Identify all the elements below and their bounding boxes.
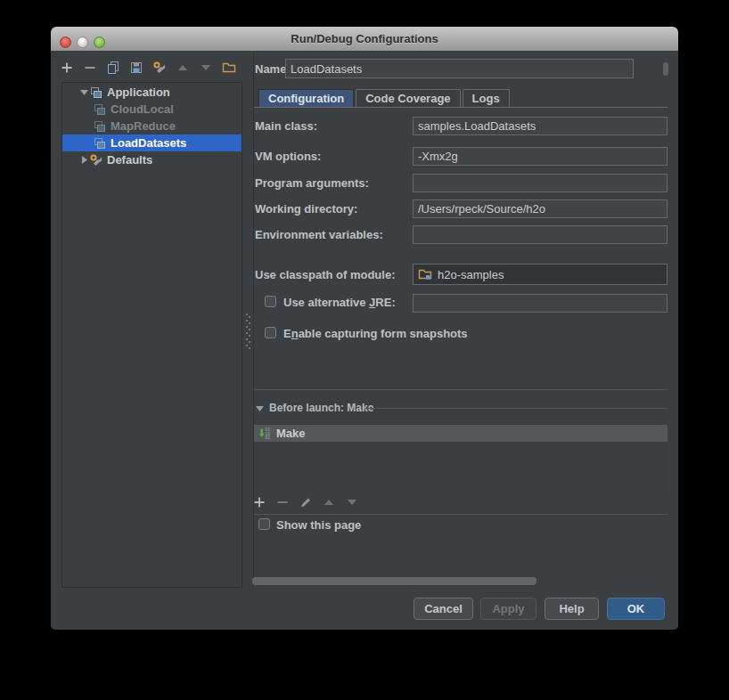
edit-defaults-button[interactable] — [152, 61, 167, 75]
main-class-input[interactable] — [413, 117, 668, 135]
run-debug-configurations-dialog: Run/Debug Configurations — [51, 27, 678, 630]
minimize-window-button[interactable] — [77, 37, 88, 48]
minus-icon — [84, 61, 96, 74]
tree-node-mapreduce[interactable]: MapReduce — [62, 118, 242, 134]
alternative-jre-input[interactable] — [413, 294, 668, 313]
section-separator — [254, 389, 668, 390]
before-launch-title: Before launch: Make — [269, 402, 373, 414]
horizontal-scrollbar-thumb[interactable] — [252, 577, 537, 585]
main-class-label: Main class: — [255, 119, 317, 133]
minus-icon — [276, 496, 289, 509]
vm-options-input[interactable] — [413, 147, 668, 166]
cancel-button[interactable]: Cancel — [414, 598, 473, 620]
splitter-grip[interactable] — [245, 312, 251, 353]
collapsed-chevron-icon[interactable] — [78, 156, 89, 164]
close-window-button[interactable] — [60, 37, 71, 48]
make-icon: 011001 — [258, 427, 272, 441]
jre-label-post: RE: — [375, 296, 395, 309]
tree-label-cloudlocal: CloudLocal — [111, 102, 174, 116]
up-triangle-icon — [324, 497, 334, 508]
show-this-page-checkbox[interactable] — [258, 518, 270, 530]
plus-icon — [253, 496, 266, 509]
before-launch-add-button[interactable] — [252, 495, 266, 509]
before-launch-remove-button[interactable] — [275, 495, 290, 509]
before-launch-move-up-button[interactable] — [322, 495, 336, 509]
up-triangle-icon — [177, 62, 188, 73]
tab-logs[interactable]: Logs — [463, 89, 510, 108]
tree-node-cloudlocal[interactable]: CloudLocal — [62, 101, 242, 118]
pencil-icon — [299, 496, 312, 509]
remove-configuration-button[interactable] — [83, 61, 97, 75]
zoom-window-button[interactable] — [94, 37, 105, 48]
window-title: Run/Debug Configurations — [51, 27, 678, 52]
module-combobox-value: h2o-samples — [438, 268, 504, 281]
help-button[interactable]: Help — [545, 598, 599, 620]
svg-text:01: 01 — [266, 435, 271, 440]
tree-node-application[interactable]: Application — [62, 84, 242, 101]
ok-button[interactable]: OK — [607, 598, 665, 620]
show-this-page-label: Show this page — [276, 518, 361, 532]
before-launch-item-label: Make — [276, 427, 306, 440]
copy-icon — [106, 61, 120, 75]
environment-variables-label: Environment variables: — [255, 228, 383, 241]
tab-configuration[interactable]: Configuration — [258, 89, 354, 108]
down-triangle-icon — [347, 497, 357, 508]
program-arguments-input[interactable] — [413, 174, 668, 192]
before-launch-list[interactable]: 011001 Make — [254, 425, 668, 492]
snapshots-label-pre: E — [283, 327, 291, 340]
before-launch-rule — [364, 408, 668, 409]
application-icon — [93, 119, 107, 134]
module-folder-icon — [418, 267, 432, 281]
enable-snapshots-label: Enable capturing form snapshots — [283, 327, 468, 340]
tab-code-coverage[interactable]: Code Coverage — [356, 89, 460, 108]
use-classpath-label: Use classpath of module: — [255, 268, 395, 281]
settings-tabs: Configuration Code Coverage Logs — [258, 89, 510, 108]
save-configuration-button[interactable] — [129, 61, 143, 75]
before-launch-toolbar — [252, 495, 359, 509]
configurations-tree: Application CloudLocal M — [61, 82, 242, 588]
before-launch-item-make[interactable]: 011001 Make — [254, 425, 668, 442]
application-icon — [89, 85, 103, 100]
use-alternative-jre-label: Use alternative JRE: — [283, 296, 396, 309]
before-launch-edit-button[interactable] — [299, 495, 313, 509]
name-input[interactable] — [285, 59, 634, 78]
working-directory-label: Working directory: — [255, 202, 357, 216]
environment-variables-input[interactable] — [413, 225, 668, 244]
use-alternative-jre-checkbox[interactable] — [265, 296, 276, 307]
configurations-toolbar — [60, 55, 236, 80]
module-combobox[interactable]: h2o-samples — [413, 264, 668, 285]
move-down-button[interactable] — [199, 61, 213, 75]
snapshots-label-mnemonic: n — [291, 327, 299, 340]
defaults-wrench-icon — [89, 153, 103, 167]
save-icon — [129, 61, 143, 75]
tree-node-loaddatasets-selected[interactable]: LoadDatasets — [62, 134, 242, 151]
vm-options-label: VM options: — [255, 150, 321, 163]
folder-icon — [222, 61, 236, 75]
before-launch-move-down-button[interactable] — [345, 495, 359, 509]
tree-node-defaults[interactable]: Defaults — [62, 151, 242, 168]
program-arguments-label: Program arguments: — [255, 176, 369, 190]
snapshots-label-post: able capturing form snapshots — [299, 327, 468, 340]
copy-configuration-button[interactable] — [106, 61, 120, 75]
down-triangle-icon — [201, 62, 211, 73]
move-up-button[interactable] — [176, 61, 190, 75]
tabs-underline — [254, 107, 668, 108]
add-configuration-button[interactable] — [60, 61, 74, 75]
before-launch-header[interactable]: Before launch: Make — [256, 402, 373, 414]
apply-button[interactable]: Apply — [480, 598, 537, 620]
titlebar[interactable]: Run/Debug Configurations — [51, 27, 678, 52]
vertical-scrollbar-thumb[interactable] — [663, 62, 668, 76]
plus-icon — [61, 61, 73, 74]
dialog-body: Application CloudLocal M — [51, 52, 678, 629]
application-icon — [93, 102, 107, 117]
wrench-gear-icon — [152, 61, 167, 75]
application-icon — [93, 136, 107, 151]
expanded-chevron-icon[interactable] — [78, 88, 89, 96]
create-folder-button[interactable] — [222, 61, 236, 75]
enable-snapshots-checkbox[interactable] — [265, 327, 276, 338]
collapse-triangle-icon[interactable] — [256, 404, 264, 412]
tree-label-application: Application — [107, 85, 170, 99]
tree-label-defaults: Defaults — [107, 153, 152, 167]
working-directory-input[interactable] — [413, 199, 668, 218]
tree-label-mapreduce: MapReduce — [111, 119, 176, 133]
